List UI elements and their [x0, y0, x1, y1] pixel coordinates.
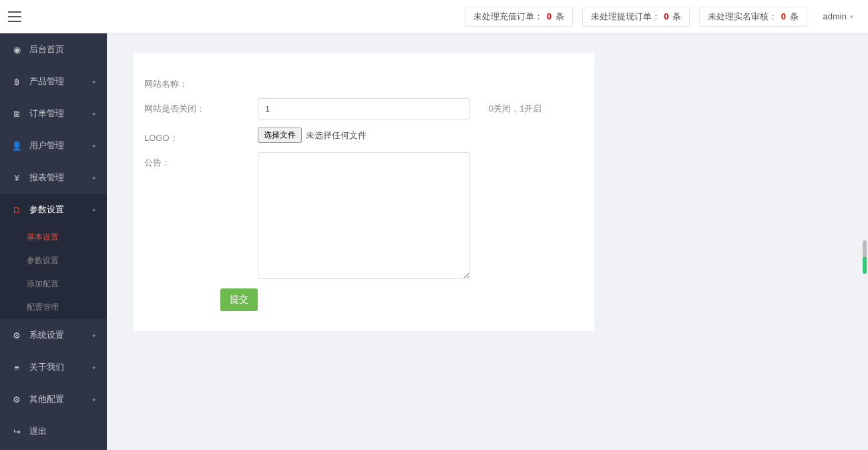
pending-recharge-badge[interactable]: 未处理充值订单： 0 条 — [465, 7, 572, 27]
logo-label: LOGO： — [144, 128, 258, 144]
pending-realname-unit: 条 — [790, 11, 799, 21]
submenu: 基本设置参数设置添加配置配置管理 — [0, 226, 107, 319]
chevron-down-icon: ▾ — [850, 13, 853, 20]
chevron-right-icon: ▸ — [93, 396, 96, 403]
main-content: 网站名称： 网站是否关闭： 0关闭，1开启 LOGO： 选择文件 未选择任何文件… — [107, 33, 868, 450]
row-notice: 公告： — [144, 152, 584, 279]
sidebar-label: 关于我们 — [29, 361, 93, 373]
submit-button[interactable]: 提交 — [220, 288, 258, 311]
sidebar-icon-7: ≡ — [11, 363, 23, 373]
chevron-right-icon: ▸ — [93, 110, 96, 117]
chevron-right-icon: ▸ — [93, 174, 96, 181]
submenu-item-3[interactable]: 配置管理 — [0, 296, 107, 319]
sidebar-item-8[interactable]: ⚙其他配置▸ — [0, 383, 107, 415]
sidebar-icon-2: 🗎 — [11, 109, 23, 119]
sidebar-item-2[interactable]: 🗎订单管理▸ — [0, 97, 107, 130]
sidebar-item-4[interactable]: ¥报表管理▸ — [0, 162, 107, 194]
sidebar: ◉后台首页฿产品管理▸🗎订单管理▸👤用户管理▸¥报表管理▸🗋参数设置▸基本设置参… — [0, 33, 107, 450]
pending-withdraw-unit: 条 — [672, 11, 681, 21]
sidebar-icon-4: ¥ — [11, 173, 23, 183]
sidebar-item-0[interactable]: ◉后台首页 — [0, 33, 107, 65]
site-closed-label: 网站是否关闭： — [144, 98, 258, 115]
row-site-name: 网站名称： — [144, 73, 584, 90]
sidebar-label: 参数设置 — [29, 204, 93, 216]
pending-realname-label: 未处理实名审核： — [708, 11, 777, 21]
chevron-right-icon: ▸ — [93, 78, 96, 85]
admin-dropdown[interactable]: admin ▾ — [817, 8, 860, 25]
sidebar-label: 后台首页 — [29, 43, 96, 55]
sidebar-icon-8: ⚙ — [11, 395, 23, 405]
sidebar-label: 用户管理 — [29, 140, 93, 152]
site-name-label: 网站名称： — [144, 73, 258, 90]
chevron-right-icon: ▸ — [93, 206, 96, 213]
pending-recharge-count: 0 — [547, 11, 552, 21]
row-logo: LOGO： 选择文件 未选择任何文件 — [144, 128, 584, 144]
pending-withdraw-count: 0 — [664, 11, 668, 21]
sidebar-item-7[interactable]: ≡关于我们▸ — [0, 351, 107, 383]
sidebar-icon-3: 👤 — [11, 141, 23, 151]
submenu-item-0[interactable]: 基本设置 — [0, 226, 107, 249]
sidebar-label: 系统设置 — [29, 329, 93, 341]
pending-recharge-label: 未处理充值订单： — [473, 11, 543, 21]
sidebar-item-5[interactable]: 🗋参数设置▸ — [0, 194, 107, 226]
submenu-item-2[interactable]: 添加配置 — [0, 272, 107, 296]
chevron-right-icon: ▸ — [93, 364, 96, 371]
site-closed-input[interactable] — [258, 98, 470, 120]
sidebar-item-1[interactable]: ฿产品管理▸ — [0, 65, 107, 97]
notice-label: 公告： — [144, 152, 258, 169]
sidebar-label: 退出 — [29, 425, 96, 437]
submenu-item-1[interactable]: 参数设置 — [0, 249, 107, 272]
admin-username: admin — [823, 11, 847, 21]
pending-realname-badge[interactable]: 未处理实名审核： 0 条 — [699, 7, 807, 27]
sidebar-label: 产品管理 — [29, 75, 93, 87]
sidebar-icon-1: ฿ — [11, 77, 23, 87]
file-select-button[interactable]: 选择文件 — [258, 128, 302, 143]
notice-textarea[interactable] — [258, 152, 470, 279]
sidebar-label: 报表管理 — [29, 172, 93, 184]
header-right: 未处理充值订单： 0 条 未处理提现订单： 0 条 未处理实名审核： 0 条 a… — [465, 7, 860, 27]
chevron-right-icon: ▸ — [93, 332, 96, 339]
pending-realname-count: 0 — [781, 11, 786, 21]
sidebar-item-9[interactable]: ↪退出 — [0, 415, 107, 447]
sidebar-label: 订单管理 — [29, 107, 93, 120]
sidebar-label: 其他配置 — [29, 393, 93, 405]
sidebar-icon-5: 🗋 — [11, 205, 23, 215]
file-status-text: 未选择任何文件 — [306, 130, 367, 142]
settings-card: 网站名称： 网站是否关闭： 0关闭，1开启 LOGO： 选择文件 未选择任何文件… — [134, 53, 594, 331]
chevron-right-icon: ▸ — [93, 142, 96, 149]
header-bar: 未处理充值订单： 0 条 未处理提现订单： 0 条 未处理实名审核： 0 条 a… — [0, 0, 868, 33]
sidebar-icon-0: ◉ — [11, 45, 23, 55]
menu-toggle-icon[interactable] — [8, 11, 21, 22]
sidebar-item-6[interactable]: ⚙系统设置▸ — [0, 319, 107, 351]
scroll-indicator — [863, 240, 867, 274]
site-closed-hint: 0关闭，1开启 — [489, 98, 541, 115]
sidebar-icon-6: ⚙ — [11, 330, 23, 341]
pending-withdraw-badge[interactable]: 未处理提现订单： 0 条 — [582, 7, 690, 27]
sidebar-item-3[interactable]: 👤用户管理▸ — [0, 130, 107, 162]
submit-row: 提交 — [144, 288, 584, 311]
row-site-closed: 网站是否关闭： 0关闭，1开启 — [144, 98, 584, 120]
pending-recharge-unit: 条 — [556, 11, 564, 21]
sidebar-icon-9: ↪ — [11, 427, 23, 437]
pending-withdraw-label: 未处理提现订单： — [591, 11, 660, 21]
